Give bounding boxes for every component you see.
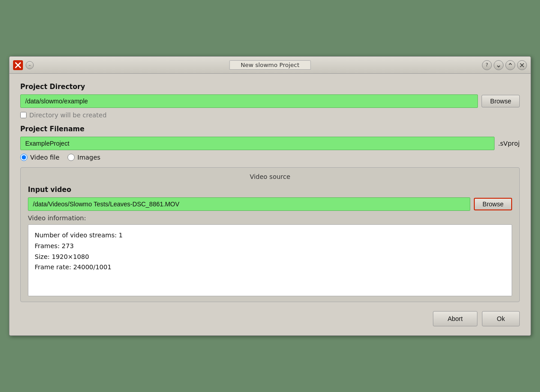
app-icon	[13, 60, 23, 70]
filename-suffix: .sVproj	[498, 140, 520, 147]
input-video-browse-button[interactable]: Browse	[474, 198, 512, 210]
source-type-row: Video file Images	[20, 154, 520, 161]
project-filename-input[interactable]	[20, 137, 495, 150]
maximize-button[interactable]	[505, 60, 515, 70]
titlebar-left: –	[13, 60, 34, 70]
video-info-box: Number of video streams: 1 Frames: 273 S…	[28, 224, 512, 296]
project-filename-label: Project Filename	[20, 125, 520, 133]
input-video-row: Browse	[28, 197, 512, 211]
video-info-line-3: Size: 1920×1080	[35, 252, 505, 263]
project-directory-browse-button[interactable]: Browse	[482, 95, 520, 107]
main-window: – New slowmo Project ? Project Directory	[9, 56, 531, 336]
video-source-panel: Video source Input video Browse Video in…	[20, 167, 520, 302]
input-video-label: Input video	[28, 186, 512, 194]
video-info-label: Video information:	[28, 214, 512, 222]
titlebar-controls: ?	[482, 60, 527, 70]
video-file-option[interactable]: Video file	[20, 154, 59, 161]
help-button[interactable]: ?	[482, 60, 492, 70]
ok-button[interactable]: Ok	[482, 311, 520, 326]
bottom-buttons: Abort Ok	[20, 311, 520, 326]
video-info-line-2: Frames: 273	[35, 241, 505, 252]
minimize-button[interactable]	[494, 60, 504, 70]
input-video-input[interactable]	[28, 197, 470, 211]
directory-create-label: Directory will be created	[29, 111, 107, 119]
video-file-radio[interactable]	[20, 154, 27, 161]
window-minimize-btn[interactable]: –	[26, 61, 34, 69]
images-radio[interactable]	[68, 154, 75, 161]
project-directory-input[interactable]	[20, 94, 478, 108]
panel-title: Video source	[28, 173, 512, 180]
project-directory-label: Project Directory	[20, 83, 520, 91]
project-directory-row: Browse	[20, 94, 520, 108]
images-label: Images	[77, 154, 100, 161]
project-filename-row: .sVproj	[20, 137, 520, 150]
video-file-label: Video file	[30, 154, 59, 161]
images-option[interactable]: Images	[68, 154, 100, 161]
window-title: New slowmo Project	[230, 60, 311, 70]
video-info-line-4: Frame rate: 24000/1001	[35, 262, 505, 273]
video-info-line-1: Number of video streams: 1	[35, 230, 505, 241]
directory-create-checkbox[interactable]	[20, 112, 27, 118]
abort-button[interactable]: Abort	[433, 311, 477, 326]
close-button[interactable]	[517, 60, 527, 70]
titlebar: – New slowmo Project ?	[9, 57, 531, 74]
main-content: Project Directory Browse Directory will …	[9, 74, 531, 335]
directory-create-row: Directory will be created	[20, 111, 520, 119]
